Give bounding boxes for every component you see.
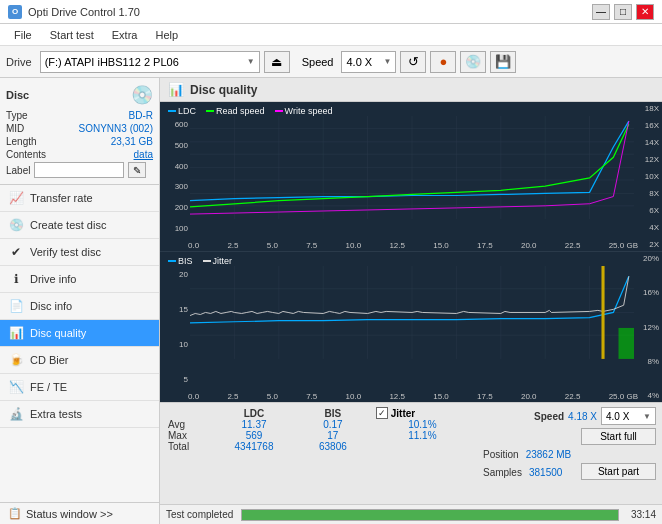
x-lower-label-12_5: 12.5	[389, 392, 405, 401]
title-bar-left: O Opti Drive Control 1.70	[8, 5, 140, 19]
status-bar: Test completed 33:14	[160, 504, 662, 524]
write-speed-legend-label: Write speed	[285, 106, 333, 116]
speed-combo-arrow: ▼	[384, 57, 392, 66]
y-label-12x: 12X	[637, 155, 662, 164]
disc-button[interactable]: 💿	[460, 51, 486, 73]
menu-bar: File Start test Extra Help	[0, 24, 662, 46]
refresh-button[interactable]: ↺	[400, 51, 426, 73]
sidebar-item-transfer-rate[interactable]: 📈Transfer rate	[0, 185, 159, 212]
y-label-10x: 10X	[637, 172, 662, 181]
title-controls: — □ ✕	[592, 4, 654, 20]
y-left-100: 100	[160, 224, 190, 233]
verify-test-disc-icon: ✔	[8, 244, 24, 260]
x-lower-label-7_5: 7.5	[306, 392, 317, 401]
cd-bier-icon: 🍺	[8, 352, 24, 368]
sidebar-item-cd-bier[interactable]: 🍺CD Bier	[0, 347, 159, 374]
disc-length-row: Length 23,31 GB	[6, 136, 153, 147]
sidebar-item-verify-test-disc[interactable]: ✔Verify test disc	[0, 239, 159, 266]
y-label-14x: 14X	[637, 138, 662, 147]
x-lower-label-22_5: 22.5	[565, 392, 581, 401]
upper-chart-legend: LDC Read speed Write speed	[160, 104, 340, 118]
read-speed-legend: Read speed	[206, 106, 265, 116]
avg-bis: 0.17	[300, 419, 366, 430]
upper-chart-y-axis-left: 600 500 400 300 200 100	[160, 118, 190, 235]
x-label-20: 20.0	[521, 241, 537, 250]
minimize-button[interactable]: —	[592, 4, 610, 20]
content-header-icon: 📊	[168, 82, 184, 97]
sidebar-label-verify-test-disc: Verify test disc	[30, 246, 101, 258]
y-left-200: 200	[160, 203, 190, 212]
label-label: Label	[6, 165, 30, 176]
label-edit-button[interactable]: ✎	[128, 162, 146, 178]
position-section: Position 23862 MB	[483, 448, 571, 460]
bis-header: BIS	[300, 407, 366, 419]
y-label-16pct: 16%	[637, 288, 662, 297]
drive-select[interactable]: (F:) ATAPI iHBS112 2 PL06 ▼	[40, 51, 260, 73]
y-label-2x: 2X	[637, 240, 662, 249]
label-input[interactable]	[34, 162, 124, 178]
contents-value[interactable]: data	[134, 149, 153, 160]
lower-chart-y-axis-left: 20 15 10 5	[160, 268, 190, 386]
fe-te-icon: 📉	[8, 379, 24, 395]
y-label-16x: 16X	[637, 121, 662, 130]
extra-tests-icon: 🔬	[8, 406, 24, 422]
progress-bar-fill	[242, 510, 618, 520]
write-speed-legend-dot	[275, 110, 283, 112]
samples-value: 381500	[529, 467, 562, 478]
max-label: Max	[168, 430, 208, 441]
menu-start-test[interactable]: Start test	[42, 28, 102, 42]
mid-value: SONYNN3 (002)	[79, 123, 153, 134]
avg-label: Avg	[168, 419, 208, 430]
status-window-icon: 📋	[8, 507, 22, 520]
sidebar-label-disc-info: Disc info	[30, 300, 72, 312]
sidebar-item-create-test-disc[interactable]: 💿Create test disc	[0, 212, 159, 239]
sidebar-label-create-test-disc: Create test disc	[30, 219, 106, 231]
stats-left-panel: LDC BIS Jitter Avg 11.37 0.1	[160, 403, 477, 504]
speed-selector[interactable]: 4.0 X ▼	[601, 407, 656, 425]
disc-label-row: Label ✎	[6, 162, 153, 178]
sidebar-label-fe-te: FE / TE	[30, 381, 67, 393]
sidebar-label-drive-info: Drive info	[30, 273, 76, 285]
max-jitter: 11.1%	[376, 430, 469, 441]
y-label-4pct: 4%	[637, 391, 662, 400]
position-label: Position	[483, 449, 519, 460]
ldc-legend: LDC	[168, 106, 196, 116]
status-window-button[interactable]: 📋 Status window >>	[0, 502, 159, 524]
avg-jitter: 10.1%	[376, 419, 469, 430]
close-button[interactable]: ✕	[636, 4, 654, 20]
maximize-button[interactable]: □	[614, 4, 632, 20]
eject-button[interactable]: ⏏	[264, 51, 290, 73]
speed-select[interactable]: 4.0 X ▼	[341, 51, 396, 73]
status-time: 33:14	[631, 509, 656, 520]
sidebar-item-extra-tests[interactable]: 🔬Extra tests	[0, 401, 159, 428]
content-header: 📊 Disc quality	[160, 78, 662, 102]
jitter-checkbox[interactable]	[376, 407, 388, 419]
jitter-header: Jitter	[391, 408, 415, 419]
x-label-7_5: 7.5	[306, 241, 317, 250]
sidebar-item-fe-te[interactable]: 📉FE / TE	[0, 374, 159, 401]
x-label-12_5: 12.5	[389, 241, 405, 250]
svg-rect-29	[619, 328, 634, 359]
menu-file[interactable]: File	[6, 28, 40, 42]
sidebar: Disc 💿 Type BD-R MID SONYNN3 (002) Lengt…	[0, 78, 160, 524]
stats-right-panel: Speed 4.18 X 4.0 X ▼ Start full Position…	[477, 403, 662, 504]
save-button[interactable]: 💾	[490, 51, 516, 73]
avg-ldc: 11.37	[208, 419, 300, 430]
sidebar-item-disc-info[interactable]: 📄Disc info	[0, 293, 159, 320]
menu-extra[interactable]: Extra	[104, 28, 146, 42]
start-full-button[interactable]: Start full	[581, 428, 656, 445]
y-lower-left-5: 5	[160, 375, 190, 384]
total-bis: 63806	[300, 441, 366, 452]
type-label: Type	[6, 110, 28, 121]
y-label-18x: 18X	[637, 104, 662, 113]
start-part-button[interactable]: Start part	[581, 463, 656, 480]
sidebar-item-disc-quality[interactable]: 📊Disc quality	[0, 320, 159, 347]
burn-button[interactable]: ●	[430, 51, 456, 73]
speed-unit-value: 4.0 X	[606, 411, 629, 422]
menu-help[interactable]: Help	[147, 28, 186, 42]
length-value: 23,31 GB	[111, 136, 153, 147]
y-label-4x: 4X	[637, 223, 662, 232]
sidebar-item-drive-info[interactable]: ℹDrive info	[0, 266, 159, 293]
status-window-label: Status window >>	[26, 508, 113, 520]
jitter-legend-dot	[203, 260, 211, 262]
